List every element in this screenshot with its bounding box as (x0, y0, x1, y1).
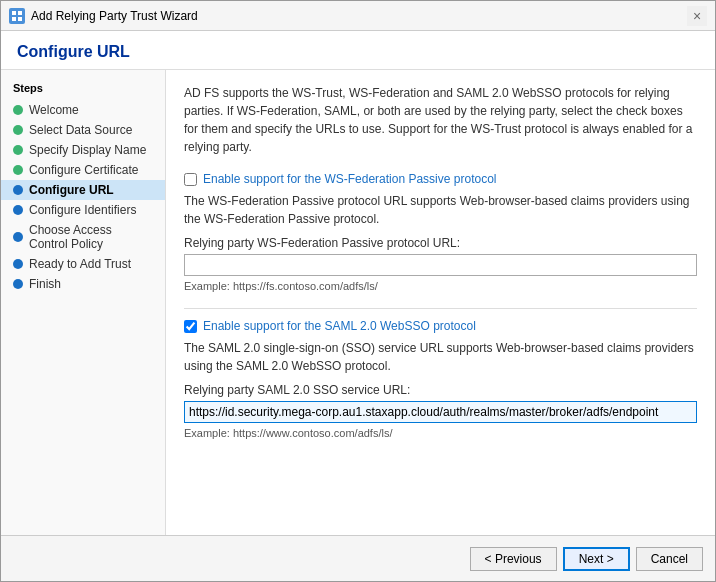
main-content: AD FS supports the WS-Trust, WS-Federati… (166, 70, 715, 535)
sidebar-item-ready-to-add-trust[interactable]: Ready to Add Trust (1, 254, 165, 274)
page-title: Configure URL (17, 43, 130, 60)
sidebar-item-finish[interactable]: Finish (1, 274, 165, 294)
window-icon (9, 8, 25, 24)
dot-configure-identifiers (13, 205, 23, 215)
saml-checkbox-row: Enable support for the SAML 2.0 WebSSO p… (184, 319, 697, 333)
dot-select-data-source (13, 125, 23, 135)
sidebar-item-specify-display-name[interactable]: Specify Display Name (1, 140, 165, 160)
saml-checkbox-label[interactable]: Enable support for the SAML 2.0 WebSSO p… (203, 319, 476, 333)
footer: < Previous Next > Cancel (1, 535, 715, 581)
section-divider (184, 308, 697, 309)
cancel-button[interactable]: Cancel (636, 547, 703, 571)
dot-choose-access-control-policy (13, 232, 23, 242)
sidebar-label-choose-access-control-policy: Choose Access Control Policy (29, 223, 153, 251)
title-bar: Add Relying Party Trust Wizard × (1, 1, 715, 31)
saml-url-input[interactable] (184, 401, 697, 423)
sidebar-label-select-data-source: Select Data Source (29, 123, 132, 137)
window-title: Add Relying Party Trust Wizard (31, 9, 198, 23)
next-button[interactable]: Next > (563, 547, 630, 571)
close-button[interactable]: × (687, 6, 707, 26)
dot-finish (13, 279, 23, 289)
sidebar-label-ready-to-add-trust: Ready to Add Trust (29, 257, 131, 271)
saml-field-label: Relying party SAML 2.0 SSO service URL: (184, 383, 697, 397)
main-window: Add Relying Party Trust Wizard × Configu… (0, 0, 716, 582)
svg-rect-3 (18, 17, 22, 21)
sidebar-item-configure-url[interactable]: Configure URL (1, 180, 165, 200)
sidebar-item-configure-identifiers[interactable]: Configure Identifiers (1, 200, 165, 220)
ws-federation-checkbox-row: Enable support for the WS-Federation Pas… (184, 172, 697, 186)
dot-configure-certificate (13, 165, 23, 175)
sidebar-steps-label: Steps (1, 82, 165, 100)
ws-federation-field-label: Relying party WS-Federation Passive prot… (184, 236, 697, 250)
dot-welcome (13, 105, 23, 115)
ws-federation-checkbox-label[interactable]: Enable support for the WS-Federation Pas… (203, 172, 496, 186)
sidebar-label-welcome: Welcome (29, 103, 79, 117)
saml-description: The SAML 2.0 single-sign-on (SSO) servic… (184, 339, 697, 375)
ws-federation-section: Enable support for the WS-Federation Pas… (184, 172, 697, 292)
sidebar-item-configure-certificate[interactable]: Configure Certificate (1, 160, 165, 180)
ws-federation-url-input[interactable] (184, 254, 697, 276)
sidebar-item-select-data-source[interactable]: Select Data Source (1, 120, 165, 140)
saml-checkbox[interactable] (184, 320, 197, 333)
main-description: AD FS supports the WS-Trust, WS-Federati… (184, 84, 697, 156)
sidebar-label-configure-url: Configure URL (29, 183, 114, 197)
dot-specify-display-name (13, 145, 23, 155)
title-bar-left: Add Relying Party Trust Wizard (9, 8, 198, 24)
saml-section: Enable support for the SAML 2.0 WebSSO p… (184, 319, 697, 439)
ws-federation-checkbox[interactable] (184, 173, 197, 186)
page-header: Configure URL (1, 31, 715, 70)
previous-button[interactable]: < Previous (470, 547, 557, 571)
ws-federation-description: The WS-Federation Passive protocol URL s… (184, 192, 697, 228)
dot-configure-url (13, 185, 23, 195)
sidebar-label-configure-certificate: Configure Certificate (29, 163, 138, 177)
sidebar: Steps Welcome Select Data Source Specify… (1, 70, 166, 535)
saml-example: Example: https://www.contoso.com/adfs/ls… (184, 427, 697, 439)
svg-rect-1 (18, 11, 22, 15)
sidebar-item-choose-access-control-policy[interactable]: Choose Access Control Policy (1, 220, 165, 254)
sidebar-label-finish: Finish (29, 277, 61, 291)
svg-rect-0 (12, 11, 16, 15)
dot-ready-to-add-trust (13, 259, 23, 269)
sidebar-label-configure-identifiers: Configure Identifiers (29, 203, 136, 217)
sidebar-item-welcome[interactable]: Welcome (1, 100, 165, 120)
sidebar-label-specify-display-name: Specify Display Name (29, 143, 146, 157)
svg-rect-2 (12, 17, 16, 21)
content-area: Steps Welcome Select Data Source Specify… (1, 70, 715, 535)
ws-federation-example: Example: https://fs.contoso.com/adfs/ls/ (184, 280, 697, 292)
